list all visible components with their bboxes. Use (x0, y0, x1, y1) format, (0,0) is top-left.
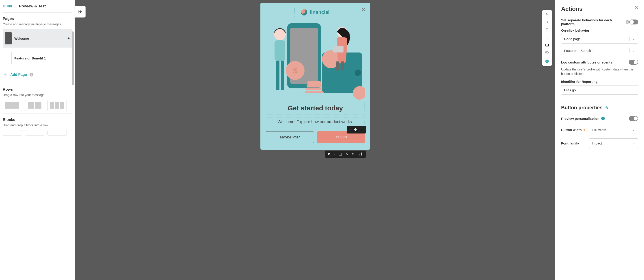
plus-icon: ＋ (3, 71, 8, 78)
underline-icon[interactable]: U (340, 152, 342, 156)
undo-button[interactable] (543, 11, 551, 18)
svg-rect-17 (333, 46, 344, 53)
italic-icon[interactable]: I (334, 152, 336, 156)
info-icon[interactable]: i (601, 117, 605, 120)
close-panel-icon[interactable]: ✕ (634, 5, 639, 12)
more-icon[interactable]: ⋯ (360, 128, 364, 132)
blocks-desc: Drag and drop a block into a row (3, 123, 72, 127)
onclick-target: Feature or Benefit 1 (564, 49, 594, 53)
log-attrs-label: Log custom attributes or events (561, 60, 612, 64)
identifier-label: Identifier for Reporting (561, 80, 638, 83)
actions-title: Actions (561, 6, 638, 12)
font-family-select[interactable]: Impact ⌄ (589, 138, 638, 148)
row-layout-3col[interactable] (48, 100, 67, 111)
text-toolbar: B I U S ⊕ ✨ (325, 151, 366, 158)
tab-preview[interactable]: Preview & Test (19, 4, 46, 12)
separate-behaviors-toggle[interactable] (629, 20, 638, 25)
info-icon: i (30, 73, 33, 76)
close-icon[interactable]: ✕ (361, 6, 366, 13)
redo-button[interactable] (543, 19, 551, 26)
rows-title: Rows (3, 87, 72, 92)
onclick-behavior-select[interactable]: Go to page ⌄ (561, 34, 638, 44)
block-option[interactable] (25, 130, 44, 135)
brand-text: financial (310, 10, 330, 15)
font-family-value: Impact (592, 141, 602, 145)
add-page-button[interactable]: ＋ Add Page i (3, 67, 72, 81)
blocks-title: Blocks (3, 117, 72, 122)
pencil-icon[interactable]: ✎ (605, 106, 608, 110)
row-layout-1col[interactable] (3, 100, 22, 111)
chevron-down-icon: ⌄ (632, 141, 635, 145)
star-icon: ★ (67, 36, 70, 41)
onclick-target-select[interactable]: Feature or Benefit 1 ⌄ (561, 46, 638, 55)
chevron-down-icon: ⌄ (632, 128, 635, 132)
add-page-label: Add Page (10, 73, 27, 77)
tab-build[interactable]: Build (3, 4, 12, 12)
collapse-icon (78, 9, 83, 14)
preview-personalization-label: Preview personalization i (561, 117, 605, 120)
right-panel: ✕ Actions Set separate behaviors for eac… (555, 0, 644, 280)
pages-title: Pages (3, 17, 72, 21)
page-item-welcome[interactable]: Welcome ★ (3, 29, 72, 48)
block-option[interactable] (48, 130, 67, 135)
log-attrs-toggle[interactable] (629, 60, 638, 65)
magic-icon[interactable]: ✨ (359, 152, 363, 156)
visibility-button[interactable] (543, 49, 551, 56)
modified-indicator-icon (584, 129, 585, 130)
collapse-panel-button[interactable] (75, 6, 86, 18)
illustration[interactable]: $ (266, 21, 365, 100)
headline-block[interactable]: Get started today (266, 102, 365, 114)
bold-icon[interactable]: B (328, 152, 330, 156)
svg-rect-19 (341, 61, 344, 70)
divider (3, 113, 72, 113)
svg-point-3 (355, 70, 361, 76)
left-panel: Build Preview & Test Pages Create and ma… (0, 0, 75, 280)
svg-text:$: $ (293, 66, 297, 75)
block-option[interactable] (3, 130, 22, 135)
page-item-feature[interactable]: Feature or Benefit 1 (3, 49, 72, 67)
svg-rect-20 (546, 29, 548, 31)
chevron-down-icon: ⌄ (630, 37, 635, 41)
identifier-input[interactable] (561, 85, 638, 95)
svg-rect-18 (336, 61, 339, 70)
strike-icon[interactable]: S (346, 152, 348, 156)
tablet-view-button[interactable] (543, 34, 551, 41)
onclick-label: On-click behavior (561, 29, 638, 32)
insert-icon[interactable]: ⊕ (352, 152, 355, 156)
message-preview[interactable]: ✕ financial $ (260, 3, 370, 150)
canvas-area: ✕ financial $ (75, 0, 555, 280)
secondary-button[interactable]: Maybe later (266, 131, 314, 143)
page-list: Welcome ★ Feature or Benefit 1 (3, 29, 72, 67)
log-attrs-desc: Update the user's profile with custom da… (561, 67, 638, 76)
page-thumb (5, 32, 12, 44)
desktop-view-button[interactable] (543, 42, 551, 49)
tabs: Build Preview & Test (3, 0, 72, 13)
rows-grid (3, 100, 72, 111)
scrollbar[interactable] (72, 31, 74, 85)
svg-rect-15 (281, 61, 284, 90)
svg-rect-10 (306, 84, 322, 87)
element-toolbar: ↑ ✥ ⋯ (347, 126, 366, 133)
button-width-select[interactable]: Full-width ⌄ (589, 125, 638, 134)
rows-desc: Drag a row into your message (3, 93, 72, 97)
row-layout-2col[interactable] (25, 100, 44, 111)
add-element-button[interactable] (543, 58, 551, 65)
brand-row[interactable]: financial (294, 8, 336, 17)
onclick-value: Go to page (564, 37, 581, 41)
font-family-label: Font family (561, 141, 579, 145)
preview-personalization-toggle[interactable] (629, 116, 638, 121)
pages-desc: Create and manage multi-page messages (3, 23, 72, 26)
move-icon[interactable]: ✥ (354, 128, 357, 132)
svg-rect-9 (306, 87, 322, 90)
button-properties-title: Button properties ✎ (561, 105, 638, 111)
info-icon[interactable]: i (626, 20, 629, 24)
page-label: Welcome (14, 37, 64, 40)
move-up-icon[interactable]: ↑ (349, 128, 351, 132)
subline-text: Welcome! Explore how our product works. (268, 119, 363, 124)
mobile-view-button[interactable] (543, 27, 551, 33)
viewport-toolbar (542, 10, 552, 66)
brand-logo-icon (301, 9, 307, 16)
svg-rect-8 (305, 91, 323, 93)
svg-rect-14 (276, 61, 280, 90)
subline-block[interactable]: Welcome! Explore how our product works. (266, 117, 365, 126)
